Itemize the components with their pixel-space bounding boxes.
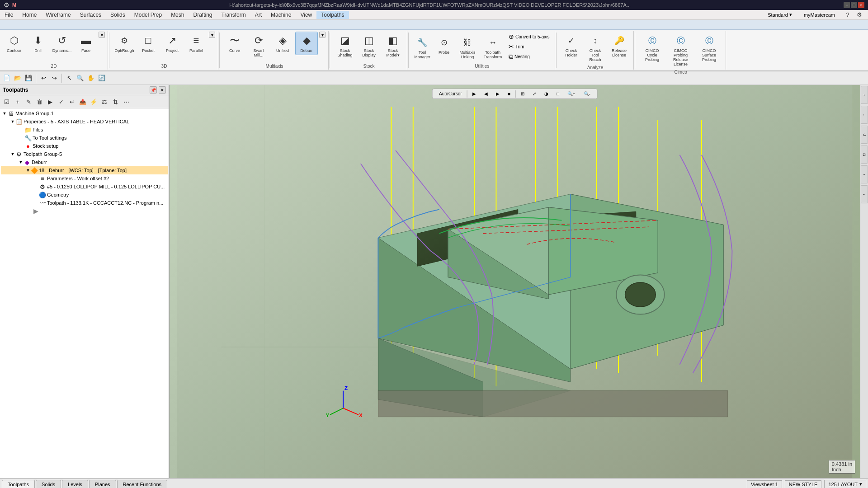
- tree-item-deburr-18[interactable]: ▼ 🔶 18 - Deburr - [WCS: Top] - [Tplane: …: [1, 166, 168, 174]
- tp-more[interactable]: ⋯: [121, 97, 131, 107]
- 3d-expand-button[interactable]: ▾: [209, 32, 215, 38]
- check-holder-button[interactable]: ✓ Check Holder: [560, 32, 583, 60]
- expand-toolpath-group[interactable]: ▼: [10, 151, 15, 157]
- undo-button[interactable]: ↩: [38, 73, 48, 83]
- settings-button[interactable]: ⚙: [854, 10, 864, 20]
- vp-btn-stop[interactable]: ■: [505, 90, 514, 98]
- tp-compare[interactable]: ⚖: [99, 97, 109, 107]
- tp-verify[interactable]: ✓: [56, 97, 66, 107]
- close-button[interactable]: ×: [858, 2, 864, 8]
- menu-surfaces[interactable]: Surfaces: [75, 11, 106, 19]
- tab-toolpaths[interactable]: Toolpaths: [2, 480, 35, 488]
- vp-btn-step-fwd[interactable]: ▶: [493, 90, 503, 98]
- deburr-button[interactable]: ◆ Deburr: [295, 32, 318, 55]
- rotate-button[interactable]: 🔄: [97, 73, 107, 83]
- multiaxis-expand-button[interactable]: ▾: [319, 32, 326, 38]
- style-selector[interactable]: NEW STYLE: [785, 480, 822, 488]
- vp-3d[interactable]: Z X Y 0.4381 in Inch: [170, 85, 860, 478]
- right-panel-btn-1[interactable]: +: [861, 86, 868, 104]
- release-license-button[interactable]: 🔑 Release License: [608, 32, 631, 60]
- tree-item-machine-group[interactable]: ▼ 🖥 Machine Group-1: [1, 109, 168, 117]
- optirough-button[interactable]: ⚙ OptiRough: [113, 32, 136, 55]
- 2d-expand-button[interactable]: ▾: [99, 32, 105, 38]
- drill-button[interactable]: ⬇ Drill: [27, 32, 49, 55]
- tp-delete[interactable]: 🗑: [34, 97, 44, 107]
- redo-button[interactable]: ↪: [49, 73, 59, 83]
- standard-selector[interactable]: Standard ▾: [764, 10, 796, 19]
- menu-transform[interactable]: Transform: [217, 11, 250, 19]
- pan-button[interactable]: ✋: [86, 73, 96, 83]
- tp-post[interactable]: 📤: [78, 97, 88, 107]
- right-panel-btn-6[interactable]: ↓: [861, 185, 868, 203]
- right-panel-btn-3[interactable]: ↺: [861, 126, 868, 144]
- tp-simulate[interactable]: ▶: [45, 97, 55, 107]
- tp-sort[interactable]: ⇅: [110, 97, 120, 107]
- tree-item-files[interactable]: ▶ 📁 Files: [1, 126, 168, 134]
- minimize-button[interactable]: −: [844, 2, 850, 8]
- new-button[interactable]: 📄: [2, 73, 12, 83]
- tree-item-deburr[interactable]: ▼ ◆ Deburr: [1, 158, 168, 166]
- tree-item-geometry[interactable]: ▶ 🔵 Geometry: [1, 191, 168, 199]
- right-panel-btn-4[interactable]: ⊡: [861, 145, 868, 164]
- menu-machine[interactable]: Machine: [266, 11, 296, 19]
- convert-5axis-button[interactable]: ⊕ Convert to 5-axis: [506, 32, 552, 42]
- tp-new-toolpath[interactable]: +: [13, 97, 23, 107]
- contour-button[interactable]: ⬡ Contour: [3, 32, 25, 55]
- multiaxis-linking-button[interactable]: ⛓ Multiaxis Linking: [456, 33, 479, 61]
- right-panel-btn-2[interactable]: -: [861, 106, 868, 124]
- tree-item-toolpath[interactable]: ▶ 〰 Toolpath - 1133.1K - CCCACCT12.NC - …: [1, 199, 168, 207]
- menu-view[interactable]: View: [296, 11, 316, 19]
- tp-backplot[interactable]: ↩: [67, 97, 77, 107]
- tree-item-stock-setup[interactable]: ▶ ● Stock setup: [1, 142, 168, 150]
- tree-item-properties[interactable]: ▼ 📋 Properties - 5 - AXIS TABLE - HEAD V…: [1, 117, 168, 126]
- tab-recent-functions[interactable]: Recent Functions: [117, 480, 168, 488]
- cimco-probing-release-button[interactable]: Ⓒ CIMCO Probing Release License: [667, 32, 694, 69]
- select-button[interactable]: ↖: [64, 73, 74, 83]
- tree-item-toolpath-group[interactable]: ▼ ⚙ Toolpath Group-5: [1, 150, 168, 158]
- menu-art[interactable]: Art: [250, 11, 266, 19]
- vp-btn-zoom-out[interactable]: 🔍-: [580, 90, 594, 98]
- tree-item-tool-5[interactable]: ▶ ⚙ #5 - 0.1250 LOLLIPOP MILL - 0.125 LO…: [1, 183, 168, 191]
- expand-deburr[interactable]: ▼: [18, 160, 24, 165]
- tp-edit[interactable]: ✎: [24, 97, 33, 107]
- tree-item-tool-settings[interactable]: ▶ 🔧 To Tool settings: [1, 134, 168, 142]
- trim-button[interactable]: ✂ Trim: [506, 42, 552, 52]
- zoom-button[interactable]: 🔍: [75, 73, 85, 83]
- tree-item-parameters[interactable]: ▶ ≡ Parameters - Work offset #2: [1, 174, 168, 183]
- open-button[interactable]: 📂: [13, 73, 23, 83]
- vp-btn-wireframe[interactable]: □: [553, 90, 562, 98]
- maximize-button[interactable]: □: [851, 2, 857, 8]
- tree-item-play[interactable]: ▶: [1, 207, 168, 215]
- save-button[interactable]: 💾: [24, 73, 33, 83]
- cimco-surface-button[interactable]: Ⓒ CIMCO Surface Probing: [696, 32, 723, 64]
- check-tool-reach-button[interactable]: ↕ Check Tool Reach: [584, 32, 607, 64]
- probe-button[interactable]: ⊙ Probe: [434, 33, 454, 57]
- tp-close-button[interactable]: ×: [159, 86, 166, 94]
- cimco-cycle-button[interactable]: Ⓒ CIMCO Cycle Probing: [639, 32, 666, 64]
- tp-pin-button[interactable]: 📌: [150, 86, 157, 94]
- toolpath-transform-button[interactable]: ↔ Toolpath Transform: [481, 33, 505, 61]
- vp-btn-zoom-in[interactable]: 🔍+: [564, 90, 579, 98]
- tab-solids[interactable]: Solids: [36, 480, 61, 488]
- vp-btn-play[interactable]: ▶: [469, 90, 479, 98]
- swarf-button[interactable]: ⟳ Swarf Mill...: [247, 32, 270, 60]
- stock-display-button[interactable]: ◫ Stock Display: [358, 32, 380, 60]
- parallel-button[interactable]: ≡ Parallel: [185, 32, 208, 55]
- stock-model-button[interactable]: ◧ Stock Model▾: [382, 32, 404, 60]
- right-panel-btn-5[interactable]: ↑: [861, 165, 868, 183]
- menu-solids[interactable]: Solids: [106, 11, 130, 19]
- menu-mesh[interactable]: Mesh: [166, 11, 189, 19]
- tp-select-all[interactable]: ☑: [2, 97, 12, 107]
- vp-btn-fit[interactable]: ⤢: [529, 90, 539, 98]
- expand-properties[interactable]: ▼: [10, 119, 15, 124]
- dynamic-button[interactable]: ↺ Dynamic...: [51, 32, 73, 55]
- help-button[interactable]: ?: [843, 10, 853, 20]
- menu-home[interactable]: Home: [18, 11, 41, 19]
- mastercam-selector[interactable]: myMastercam: [800, 10, 839, 19]
- vp-btn-shading[interactable]: ◑: [541, 90, 552, 98]
- viewsheet-1[interactable]: Viewsheet 1: [747, 480, 782, 488]
- unified-button[interactable]: ◈ Unified: [271, 32, 294, 55]
- menu-toolpaths[interactable]: Toolpaths: [316, 11, 349, 19]
- layout-selector[interactable]: 125 LAYOUT ▾: [824, 480, 866, 488]
- nesting-button[interactable]: ⧉ Nesting: [506, 52, 552, 62]
